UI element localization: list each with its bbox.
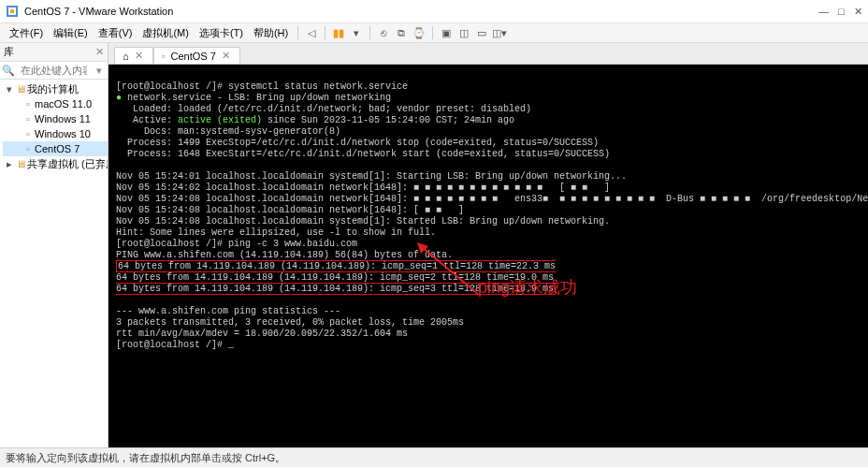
menu-help[interactable]: 帮助(H) — [250, 25, 292, 41]
menubar: 文件(F) 编辑(E) 查看(V) 虚拟机(M) 选项卡(T) 帮助(H) ◁ … — [0, 23, 868, 43]
tab-vm-icon: ▫ — [162, 51, 166, 62]
toolbar-pause-icon[interactable]: ▮▮ — [331, 25, 346, 40]
search-input[interactable] — [17, 62, 91, 79]
sidebar-title: 库 — [4, 45, 14, 59]
toolbar-unity-icon[interactable]: ◫ — [456, 25, 471, 40]
menu-view[interactable]: 查看(V) — [94, 25, 137, 41]
tree-item-win11[interactable]: ▫Windows 11 — [3, 111, 108, 126]
svg-rect-2 — [10, 9, 14, 13]
tree-item-centos7[interactable]: ▫CentOS 7 — [3, 141, 108, 156]
toolbar-dropdown-icon[interactable]: ▾ — [349, 25, 364, 40]
menu-vm[interactable]: 虚拟机(M) — [138, 25, 193, 41]
toolbar-manage-icon[interactable]: ⌚ — [412, 25, 427, 40]
sidebar: 库 ✕ 🔍 ▾ ▾🖥我的计算机 ▫macOS 11.0 ▫Windows 11 … — [0, 43, 108, 447]
tab-bar: ⌂✕ ▫CentOS 7✕ — [108, 43, 868, 65]
minimize-button[interactable]: — — [818, 6, 829, 18]
tree-item-macos[interactable]: ▫macOS 11.0 — [3, 96, 108, 111]
status-bar: 要将输入定向到该虚拟机，请在虚拟机内部单击或按 Ctrl+G。 — [0, 447, 868, 467]
tree-root-shared[interactable]: ▸🖥共享虚拟机 (已弃用) — [3, 156, 108, 171]
toolbar-fullscreen-icon[interactable]: ▣ — [439, 25, 454, 40]
toolbar-back-icon[interactable]: ◁ — [304, 25, 319, 40]
status-text: 要将输入定向到该虚拟机，请在虚拟机内部单击或按 Ctrl+G。 — [6, 451, 285, 465]
close-icon[interactable]: ✕ — [135, 50, 143, 62]
toolbar-send-icon[interactable]: ⎋ — [376, 25, 391, 40]
close-button[interactable]: ✕ — [854, 6, 862, 18]
tab-centos7[interactable]: ▫CentOS 7✕ — [153, 47, 240, 64]
search-dropdown-icon[interactable]: ▾ — [91, 65, 108, 77]
vmware-icon — [6, 5, 19, 18]
home-icon: ⌂ — [123, 51, 129, 62]
menu-tabs[interactable]: 选项卡(T) — [195, 25, 247, 41]
toolbar-snapshot-icon[interactable]: ⧉ — [394, 25, 409, 40]
terminal[interactable]: [root@localhost /]# systemctl status net… — [108, 65, 868, 447]
tab-label: CentOS 7 — [171, 51, 216, 62]
toolbar-console-icon[interactable]: ▭ — [474, 25, 489, 40]
close-icon[interactable]: ✕ — [222, 50, 230, 62]
menu-edit[interactable]: 编辑(E) — [50, 25, 92, 41]
window-title: CentOS 7 - VMware Workstation — [24, 6, 173, 17]
search-icon: 🔍 — [0, 65, 17, 77]
svg-line-3 — [422, 247, 478, 294]
annotation-arrow — [417, 242, 483, 299]
sidebar-close-icon[interactable]: ✕ — [95, 46, 104, 58]
annotation-text: ping请求成功 — [478, 282, 577, 293]
tree-root-mycomputer[interactable]: ▾🖥我的计算机 — [3, 81, 108, 96]
window-titlebar: CentOS 7 - VMware Workstation — □ ✕ — [0, 0, 868, 23]
menu-file[interactable]: 文件(F) — [6, 25, 47, 41]
toolbar-stretch-icon[interactable]: ◫▾ — [492, 25, 507, 40]
library-tree: ▾🖥我的计算机 ▫macOS 11.0 ▫Windows 11 ▫Windows… — [0, 80, 108, 447]
tree-item-win10[interactable]: ▫Windows 10 — [3, 126, 108, 141]
maximize-button[interactable]: □ — [838, 6, 845, 18]
tab-home[interactable]: ⌂✕ — [114, 47, 153, 64]
main-area: ⌂✕ ▫CentOS 7✕ [root@localhost /]# system… — [108, 43, 868, 447]
